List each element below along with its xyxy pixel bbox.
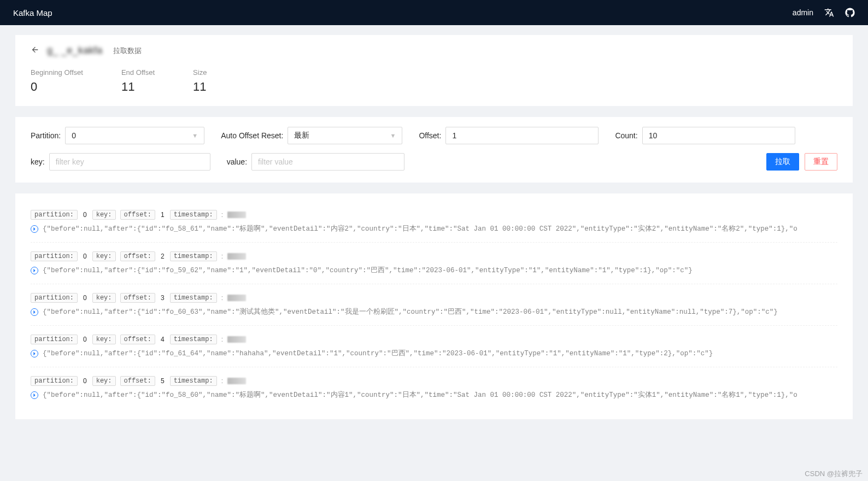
chevron-down-icon: ▼: [390, 132, 396, 139]
expand-icon[interactable]: [31, 267, 38, 274]
tag-offset-value: 3: [160, 294, 166, 302]
stat-value: 11: [193, 80, 207, 94]
message-payload[interactable]: {"before":null,"after":{"id":"fo_61_64",…: [43, 349, 837, 361]
tag-offset: offset:: [120, 251, 155, 261]
tag-timestamp-sep: :: [221, 253, 223, 260]
tag-timestamp-value: [227, 253, 246, 260]
message-payload-row: {"before":null,"after":{"id":"fo_58_61",…: [31, 224, 837, 237]
tag-partition-value: 0: [82, 336, 88, 343]
key-filter-field[interactable]: [56, 157, 204, 166]
stat-value: 11: [121, 80, 155, 94]
tag-offset-value: 1: [160, 211, 166, 219]
message-payload[interactable]: {"before":null,"after":{"id":"fo_58_60",…: [43, 390, 837, 403]
offset-input[interactable]: [445, 127, 599, 144]
stats-row: Beginning Offset 0 End Offset 11 Size 11: [31, 68, 837, 94]
tag-timestamp-value: [227, 295, 246, 301]
count-input[interactable]: [642, 127, 795, 144]
tag-timestamp-value: [227, 378, 246, 384]
chevron-down-icon: ▼: [192, 132, 198, 139]
message-payload-row: {"before":null,"after":{"id":"fo_60_63",…: [31, 307, 837, 320]
topbar-actions: admin: [793, 8, 855, 17]
message-tag-row: partition:0key:offset:3timestamp::: [31, 293, 837, 303]
tag-timestamp: timestamp:: [170, 210, 217, 220]
message-list-panel: partition:0key:offset:1timestamp::{"befo…: [15, 193, 853, 419]
app-title: Kafka Map: [13, 8, 52, 17]
message-tag-row: partition:0key:offset:4timestamp::: [31, 335, 837, 344]
tag-key: key:: [92, 210, 116, 220]
tag-timestamp-sep: :: [221, 294, 223, 302]
message-payload-row: {"before":null,"after":{"id":"fo_59_62",…: [31, 266, 837, 278]
stat-size: Size 11: [193, 68, 207, 94]
tag-partition: partition:: [31, 335, 78, 344]
message-payload[interactable]: {"before":null,"after":{"id":"fo_59_62",…: [43, 266, 837, 278]
tag-key: key:: [92, 335, 116, 344]
tag-timestamp: timestamp:: [170, 376, 217, 386]
tag-partition-value: 0: [82, 294, 88, 302]
expand-icon[interactable]: [31, 391, 38, 399]
auto-offset-reset-select[interactable]: 最新 ▼: [288, 127, 402, 144]
partition-select[interactable]: 0 ▼: [65, 127, 204, 144]
key-filter-input[interactable]: [49, 153, 210, 171]
header-panel: g_ _e_kakfa 拉取数据 Beginning Offset 0 End …: [15, 35, 853, 106]
partition-label: Partition:: [31, 131, 61, 140]
tag-offset: offset:: [120, 335, 155, 344]
message-tag-row: partition:0key:offset:5timestamp::: [31, 376, 837, 386]
tag-key: key:: [92, 376, 116, 386]
topbar: Kafka Map admin: [0, 0, 868, 25]
tag-timestamp-sep: :: [221, 336, 223, 343]
message-item: partition:0key:offset:4timestamp::{"befo…: [31, 326, 837, 367]
topic-name: g_ _e_kakfa: [47, 45, 102, 56]
stat-label: End Offset: [121, 68, 155, 77]
count-label: Count:: [615, 131, 637, 140]
stat-end-offset: End Offset 11: [121, 68, 155, 94]
tag-partition: partition:: [31, 293, 78, 303]
expand-icon[interactable]: [31, 308, 38, 316]
tag-partition-value: 0: [82, 253, 88, 260]
tag-timestamp-sep: :: [221, 377, 223, 385]
message-payload[interactable]: {"before":null,"after":{"id":"fo_58_61",…: [43, 224, 837, 237]
offset-label: Offset:: [419, 131, 441, 140]
tag-offset: offset:: [120, 210, 155, 220]
tag-offset: offset:: [120, 293, 155, 303]
message-item: partition:0key:offset:1timestamp::{"befo…: [31, 201, 837, 243]
tag-partition: partition:: [31, 251, 78, 261]
message-payload-row: {"before":null,"after":{"id":"fo_61_64",…: [31, 349, 837, 361]
auto-offset-reset-label: Auto Offset Reset:: [221, 131, 283, 140]
tag-timestamp: timestamp:: [170, 293, 217, 303]
tag-key: key:: [92, 251, 116, 261]
message-item: partition:0key:offset:3timestamp::{"befo…: [31, 284, 837, 326]
pull-button[interactable]: 拉取: [766, 153, 799, 171]
tag-timestamp: timestamp:: [170, 335, 217, 344]
message-tag-row: partition:0key:offset:2timestamp::: [31, 251, 837, 261]
user-label[interactable]: admin: [793, 8, 813, 17]
message-payload-row: {"before":null,"after":{"id":"fo_58_60",…: [31, 390, 837, 403]
filter-panel: Partition: 0 ▼ Auto Offset Reset: 最新 ▼ O…: [15, 117, 853, 183]
auto-offset-reset-value: 最新: [294, 131, 309, 140]
value-filter-field[interactable]: [258, 157, 398, 166]
offset-input-field[interactable]: [452, 131, 592, 140]
tag-offset-value: 5: [160, 377, 166, 385]
message-item: partition:0key:offset:5timestamp::{"befo…: [31, 367, 837, 408]
expand-icon[interactable]: [31, 225, 38, 233]
page-subtitle: 拉取数据: [113, 46, 142, 56]
message-tag-row: partition:0key:offset:1timestamp::: [31, 210, 837, 220]
tag-partition: partition:: [31, 210, 78, 220]
tag-timestamp-sep: :: [221, 211, 223, 219]
value-filter-input[interactable]: [251, 153, 404, 171]
translate-icon[interactable]: [824, 8, 834, 17]
github-icon[interactable]: [845, 8, 855, 17]
reset-button[interactable]: 重置: [805, 153, 837, 171]
stat-label: Beginning Offset: [31, 68, 83, 77]
count-input-field[interactable]: [649, 131, 789, 140]
message-payload[interactable]: {"before":null,"after":{"id":"fo_60_63",…: [43, 307, 837, 320]
value-filter-label: value:: [227, 157, 247, 166]
message-item: partition:0key:offset:2timestamp::{"befo…: [31, 243, 837, 284]
tag-key: key:: [92, 293, 116, 303]
stat-value: 0: [31, 80, 83, 94]
back-arrow-icon[interactable]: [31, 45, 39, 56]
tag-offset-value: 2: [160, 253, 166, 260]
partition-select-value: 0: [72, 131, 76, 140]
expand-icon[interactable]: [31, 350, 38, 357]
key-filter-label: key:: [31, 157, 45, 166]
tag-partition-value: 0: [82, 377, 88, 385]
